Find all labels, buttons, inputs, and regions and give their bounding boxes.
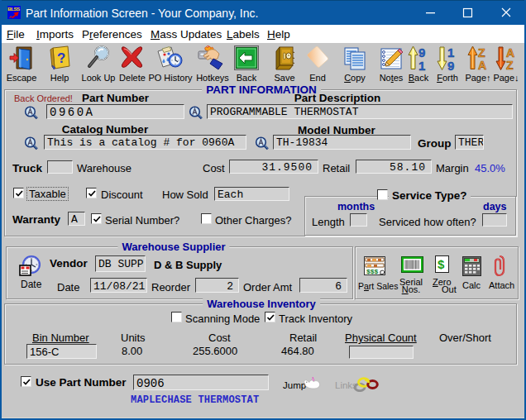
svg-text:9: 9 [447,59,454,71]
svg-text:$: $ [438,257,445,271]
svg-text:1: 1 [418,59,425,71]
svg-text:BLSS: BLSS [7,6,20,12]
svg-text:Z: Z [506,59,514,71]
svg-text:A: A [506,46,514,60]
svg-text:Z: Z [478,46,485,60]
svg-text:?: ? [56,50,66,67]
svg-text:1: 1 [447,45,454,60]
svg-text:A: A [478,59,486,71]
svg-text:$$$: $$$ [366,268,379,275]
svg-text:9: 9 [418,45,425,60]
